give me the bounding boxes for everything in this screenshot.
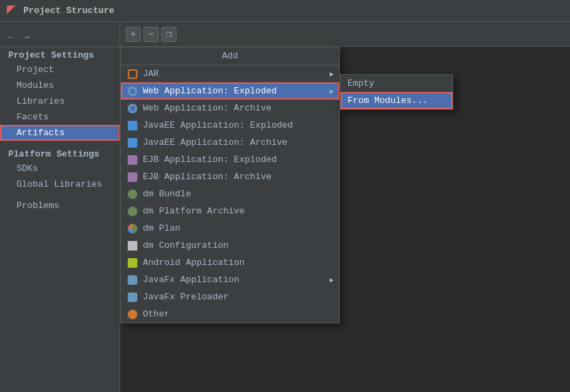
android-icon: [128, 258, 137, 268]
javaee-exploded-icon: [128, 121, 137, 130]
ejb-exploded-icon: [128, 155, 137, 165]
sidebar-item-problems[interactable]: Problems: [0, 198, 119, 214]
platform-settings-label: Platform Settings: [0, 146, 119, 161]
dropdown-item-android[interactable]: Android Application: [121, 254, 339, 271]
sidebar-item-modules[interactable]: Modules: [0, 78, 119, 93]
dropdown-item-dm-platform-label: dm Platform Archive: [143, 206, 244, 216]
dropdown-item-ejb-exploded-label: EJB Application: Exploded: [143, 154, 277, 165]
add-dropdown-menu: Add JAR ▶ Web Application: Exploded ▶ We…: [120, 47, 340, 323]
sidebar-item-libraries[interactable]: Libraries: [0, 93, 119, 109]
dropdown-item-javaee-archive-label: JavaEE Application: Archive: [143, 137, 288, 148]
dropdown-item-web-archive[interactable]: Web Application: Archive: [121, 100, 339, 117]
dm-bundle-icon: [128, 189, 137, 199]
dropdown-item-dm-bundle-label: dm Bundle: [143, 189, 191, 199]
dm-plan-icon: [128, 224, 137, 233]
dropdown-item-javafx-preloader[interactable]: JavaFx Preloader: [121, 288, 339, 305]
dropdown-item-dm-plan-label: dm Plan: [143, 223, 181, 233]
dropdown-item-web-exploded-arrow: ▶: [330, 87, 334, 95]
sidebar-divider-2: [0, 192, 119, 198]
dropdown-item-jar-arrow: ▶: [330, 70, 334, 78]
dropdown-item-javafx-preloader-label: JavaFx Preloader: [143, 292, 229, 302]
forward-arrow[interactable]: →: [21, 30, 32, 44]
submenu-item-empty[interactable]: Empty: [341, 75, 453, 92]
dropdown-item-dm-platform[interactable]: dm Platform Archive: [121, 203, 339, 220]
sidebar: ← → Project Settings Project Modules Lib…: [0, 22, 120, 392]
ejb-archive-icon: [128, 172, 137, 182]
dropdown-item-android-label: Android Application: [143, 257, 244, 268]
title-bar-text: Project Structure: [23, 5, 115, 16]
app-icon: [7, 5, 18, 16]
javafx-icon: [128, 275, 137, 285]
other-icon: [128, 310, 137, 319]
sidebar-item-artifacts[interactable]: Artifacts: [0, 125, 119, 141]
back-arrow[interactable]: ←: [5, 30, 16, 44]
dropdown-overlay: Add JAR ▶ Web Application: Exploded ▶ We…: [120, 47, 570, 392]
sidebar-item-project[interactable]: Project: [0, 62, 119, 78]
sidebar-divider: [0, 141, 119, 146]
dm-platform-icon: [128, 207, 137, 216]
project-settings-label: Project Settings: [0, 47, 119, 62]
javafx-preloader-icon: [128, 292, 137, 302]
dropdown-item-dm-config-label: dm Configuration: [143, 240, 229, 251]
dropdown-item-javafx[interactable]: JavaFx Application ▶: [121, 271, 339, 288]
nav-row: ← →: [0, 27, 119, 47]
dropdown-item-javafx-arrow: ▶: [330, 276, 334, 284]
dropdown-item-other-label: Other: [143, 309, 170, 319]
dropdown-item-dm-plan[interactable]: dm Plan: [121, 220, 339, 237]
sidebar-item-global-libraries[interactable]: Global Libraries: [0, 176, 119, 192]
sidebar-item-sdks[interactable]: SDKs: [0, 161, 119, 176]
dropdown-item-web-exploded[interactable]: Web Application: Exploded ▶: [121, 82, 339, 100]
dropdown-item-ejb-exploded[interactable]: EJB Application: Exploded: [121, 151, 339, 168]
javaee-archive-icon: [128, 138, 137, 148]
copy-button[interactable]: ❐: [161, 27, 176, 42]
web-exploded-submenu: Empty From Modules...: [340, 74, 453, 110]
remove-button[interactable]: −: [144, 27, 159, 42]
dropdown-item-web-exploded-label: Web Application: Exploded: [143, 86, 277, 96]
web-archive-icon: [128, 104, 137, 113]
add-button[interactable]: +: [126, 27, 141, 42]
dropdown-item-dm-bundle[interactable]: dm Bundle: [121, 185, 339, 203]
dropdown-item-web-archive-label: Web Application: Archive: [143, 103, 271, 113]
web-exploded-icon: [128, 87, 137, 96]
submenu-item-from-modules[interactable]: From Modules...: [341, 92, 453, 109]
title-bar: Project Structure: [0, 0, 570, 22]
dropdown-item-dm-config[interactable]: dm Configuration: [121, 237, 339, 254]
dropdown-item-javaee-exploded[interactable]: JavaEE Application: Exploded: [121, 117, 339, 134]
dropdown-item-ejb-archive-label: EJB Application: Archive: [143, 172, 271, 182]
dropdown-item-javaee-archive[interactable]: JavaEE Application: Archive: [121, 134, 339, 151]
jar-icon: [128, 69, 137, 79]
main-layout: ← → Project Settings Project Modules Lib…: [0, 22, 570, 392]
dropdown-header: Add: [121, 47, 339, 65]
dropdown-item-javaee-exploded-label: JavaEE Application: Exploded: [143, 120, 293, 130]
dropdown-item-jar[interactable]: JAR ▶: [121, 65, 339, 82]
dropdown-item-jar-label: JAR: [143, 69, 159, 79]
content-area: + − ❐ Add JAR ▶ Web Application: Explode…: [120, 22, 570, 392]
dm-config-icon: [128, 241, 137, 251]
dropdown-item-ejb-archive[interactable]: EJB Application: Archive: [121, 168, 339, 185]
dropdown-item-javafx-label: JavaFx Application: [143, 275, 239, 285]
dropdown-item-other[interactable]: Other: [121, 305, 339, 323]
sidebar-item-facets[interactable]: Facets: [0, 109, 119, 125]
toolbar: + − ❐: [120, 22, 570, 47]
